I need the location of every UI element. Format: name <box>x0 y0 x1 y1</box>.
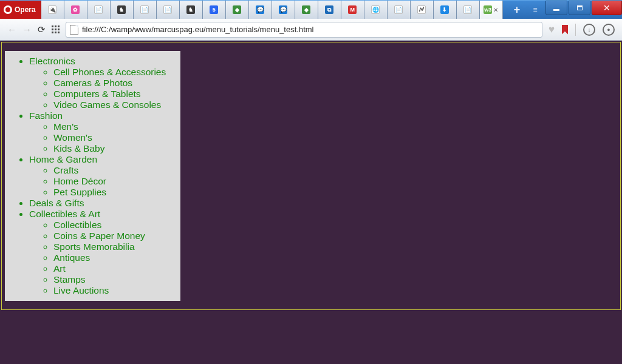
tab-favicon: ♞ <box>186 5 195 14</box>
subcategory-item[interactable]: Collectibles <box>53 220 178 231</box>
tab-active[interactable]: w3✕ <box>480 1 503 19</box>
category-label: Collectibles & Art <box>29 209 100 219</box>
window-maximize-button[interactable] <box>569 1 590 15</box>
tab-favicon: 📄 <box>163 5 172 14</box>
subcategory-item[interactable]: Cell Phones & Accessories <box>53 67 178 78</box>
new-tab-button[interactable]: + <box>508 1 526 19</box>
subcategory-item[interactable]: Stamps <box>53 274 178 285</box>
tab-favicon: 🗲 <box>417 5 426 14</box>
tab[interactable]: 🔌 <box>41 1 64 19</box>
category-label: Deals & Gifts <box>29 198 84 208</box>
subcategory-item[interactable]: Video Games & Consoles <box>53 99 178 110</box>
window-minimize-button[interactable] <box>545 1 567 15</box>
tab[interactable]: 📄 <box>457 1 480 19</box>
tab-strip: 🔌✿📄♞📄📄♞5◆💬💬◆⧉M🌐📄🗲⬇📄w3✕ <box>41 1 508 19</box>
tab-favicon: w3 <box>484 5 492 14</box>
tab-menu-button[interactable]: ≡ <box>526 1 544 19</box>
category-item[interactable]: ElectronicsCell Phones & AccessoriesCame… <box>29 56 178 110</box>
browser-toolbar: ← → ⟳ file:///C:/wamp/www/marcuspag.eu/m… <box>0 19 622 41</box>
tab-close-button[interactable]: ✕ <box>493 7 498 13</box>
subcategory-list: CraftsHome DécorPet Supplies <box>29 165 178 198</box>
tab[interactable]: 📄 <box>134 1 157 19</box>
category-item[interactable]: Collectibles & ArtCollectiblesCoins & Pa… <box>29 209 178 296</box>
tab[interactable]: ◆ <box>295 1 318 19</box>
category-label: Electronics <box>29 56 75 66</box>
subcategory-item[interactable]: Kids & Baby <box>53 143 178 154</box>
address-bar[interactable]: file:///C:/wamp/www/marcuspag.eu/menu_tu… <box>66 22 542 38</box>
subcategory-item[interactable]: Computers & Tablets <box>53 89 178 99</box>
favorite-button[interactable]: ♥ <box>549 24 555 36</box>
tab[interactable]: 5 <box>203 1 226 19</box>
tab[interactable]: 🌐 <box>364 1 388 19</box>
tab-favicon: 🌐 <box>371 5 380 14</box>
grid-icon <box>52 25 60 33</box>
window-titlebar: Opera 🔌✿📄♞📄📄♞5◆💬💬◆⧉M🌐📄🗲⬇📄w3✕ + ≡ ✕ <box>0 0 622 19</box>
tab[interactable]: 🗲 <box>411 1 434 19</box>
bookmark-button[interactable] <box>562 25 568 35</box>
subcategory-item[interactable]: Women's <box>53 132 178 143</box>
tab-favicon: ◆ <box>302 5 310 14</box>
opera-icon <box>4 5 12 14</box>
toolbar-right: ♥ ↓ ● <box>549 24 615 36</box>
window-close-button[interactable]: ✕ <box>592 1 622 15</box>
subcategory-item[interactable]: Antiques <box>53 252 178 263</box>
nav-reload-button[interactable]: ⟳ <box>38 24 46 35</box>
download-icon: ↓ <box>583 24 595 36</box>
tab-favicon: ⬇ <box>440 5 449 14</box>
tab-favicon: 📄 <box>463 5 472 14</box>
app-menu-button[interactable]: Opera <box>0 1 41 19</box>
user-icon: ● <box>603 24 615 36</box>
category-item[interactable]: Home & GardenCraftsHome DécorPet Supplie… <box>29 154 178 198</box>
tab[interactable]: 💬 <box>249 1 272 19</box>
subcategory-item[interactable]: Pet Supplies <box>53 187 178 198</box>
tab[interactable]: ♞ <box>180 1 203 19</box>
category-item[interactable]: FashionMen'sWomen'sKids & Baby <box>29 110 178 154</box>
tab-favicon: M <box>348 5 357 14</box>
tab-favicon: 📄 <box>140 5 149 14</box>
tab-favicon: 💬 <box>256 5 264 14</box>
category-item[interactable]: Deals & Gifts <box>29 198 178 209</box>
subcategory-item[interactable]: Coins & Paper Money <box>53 231 178 241</box>
tab-favicon: ◆ <box>233 5 241 14</box>
tab-favicon: ✿ <box>71 5 80 14</box>
account-button[interactable]: ● <box>603 24 615 36</box>
tab[interactable]: 📄 <box>388 1 411 19</box>
tab-favicon: 🔌 <box>48 5 56 14</box>
subcategory-item[interactable]: Sports Memorabilia <box>53 241 178 252</box>
tab-favicon: 📄 <box>94 5 103 14</box>
subcategory-item[interactable]: Cameras & Photos <box>53 78 178 89</box>
tab-favicon: 💬 <box>279 5 287 14</box>
bookmark-icon <box>562 25 568 35</box>
subcategory-list: Cell Phones & AccessoriesCameras & Photo… <box>29 67 178 110</box>
tab[interactable]: 📄 <box>87 1 111 19</box>
subcategory-list: Men'sWomen'sKids & Baby <box>29 121 178 154</box>
tab[interactable]: ⬇ <box>434 1 457 19</box>
tab[interactable]: ◆ <box>226 1 249 19</box>
nav-back-button[interactable]: ← <box>7 24 16 35</box>
subcategory-list: CollectiblesCoins & Paper MoneySports Me… <box>29 220 178 296</box>
tab-favicon: ♞ <box>117 5 126 14</box>
subcategory-item[interactable]: Live Auctions <box>53 285 178 296</box>
category-label: Fashion <box>29 110 63 121</box>
tab-favicon: 5 <box>210 5 218 14</box>
tab-favicon: 📄 <box>394 5 403 14</box>
tab[interactable]: 📄 <box>157 1 180 19</box>
nav-forward-button[interactable]: → <box>22 24 32 35</box>
category-list: ElectronicsCell Phones & AccessoriesCame… <box>5 56 178 296</box>
window-controls: ✕ <box>544 1 622 19</box>
subcategory-item[interactable]: Men's <box>53 121 178 132</box>
tab[interactable]: 💬 <box>272 1 295 19</box>
speed-dial-button[interactable] <box>52 25 60 33</box>
subcategory-item[interactable]: Art <box>53 263 178 274</box>
url-text: file:///C:/wamp/www/marcuspag.eu/menu_tu… <box>82 25 314 34</box>
toolbar-separator <box>575 24 576 36</box>
category-label: Home & Garden <box>29 154 97 164</box>
subcategory-item[interactable]: Crafts <box>53 165 178 176</box>
tab[interactable]: ♞ <box>111 1 134 19</box>
tab[interactable]: ⧉ <box>318 1 341 19</box>
tab[interactable]: ✿ <box>64 1 87 19</box>
category-menu: ElectronicsCell Phones & AccessoriesCame… <box>5 51 180 301</box>
tab[interactable]: M <box>341 1 364 19</box>
subcategory-item[interactable]: Home Décor <box>53 176 178 187</box>
downloads-button[interactable]: ↓ <box>583 24 595 36</box>
